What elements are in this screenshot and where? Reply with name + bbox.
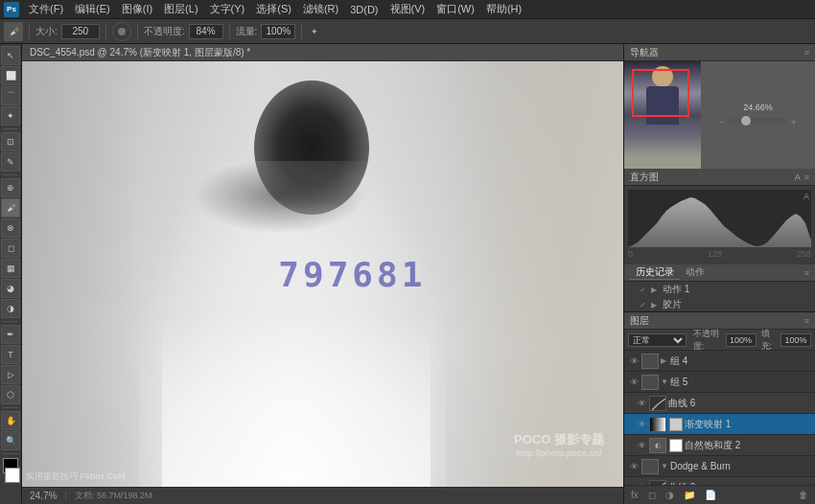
group-expand-0[interactable]: ▶ bbox=[661, 356, 668, 365]
layer-visibility-toggle-2[interactable]: 👁 bbox=[636, 398, 647, 409]
canvas-title: DSC_4554.psd @ 24.7% (新变映射 1, 图层蒙版/8) * bbox=[22, 44, 623, 61]
layer-curves6[interactable]: 👁 曲线 6 bbox=[624, 393, 815, 414]
building-right bbox=[443, 61, 623, 487]
healing-tool[interactable]: ⊕ bbox=[1, 178, 20, 197]
type-tool[interactable]: T bbox=[1, 345, 20, 364]
layer-curves2[interactable]: 👁 曲线 2 bbox=[624, 477, 815, 485]
menu-layer[interactable]: 图层(L) bbox=[158, 2, 203, 16]
histogram-menu-icon[interactable]: ≡ bbox=[804, 172, 809, 182]
blur-tool[interactable]: ◕ bbox=[1, 279, 20, 298]
layers-content[interactable]: 👁 ▶ 组 4 👁 ▼ 组 5 👁 bbox=[624, 351, 815, 485]
history-panel: 历史记录 动作 ≡ ✓ ▶ 动作 1 ✓ ▶ 胶片 ✓ bbox=[624, 264, 815, 312]
layer-name-0: 组 4 bbox=[670, 355, 811, 368]
zoom-tool[interactable]: 🔍 bbox=[1, 431, 20, 450]
tool-separator-1 bbox=[3, 128, 18, 129]
menu-help[interactable]: 帮助(H) bbox=[480, 2, 527, 16]
histogram-channel-indicator: A bbox=[803, 192, 809, 201]
pen-tool[interactable]: ✒ bbox=[1, 325, 20, 344]
history-item-0[interactable]: ✓ ▶ 动作 1 bbox=[624, 282, 815, 297]
toolbar-separator-4 bbox=[229, 24, 230, 39]
eyedropper-tool[interactable]: ✎ bbox=[1, 152, 20, 172]
navigator-menu-icon[interactable]: ≡ bbox=[804, 48, 809, 57]
history-item-1[interactable]: ✓ ▶ 胶片 bbox=[624, 297, 815, 311]
delete-layer-icon[interactable]: 🗑 bbox=[796, 489, 811, 501]
layer-group-5[interactable]: 👁 ▼ 组 5 bbox=[624, 372, 815, 393]
layer-thumbnail-1 bbox=[641, 375, 659, 390]
new-group-icon[interactable]: 📁 bbox=[681, 489, 698, 501]
flow-input[interactable] bbox=[261, 24, 295, 39]
group-expand-1[interactable]: ▼ bbox=[661, 378, 668, 386]
fill-value-input[interactable] bbox=[780, 333, 811, 347]
layer-thumbnail-0 bbox=[641, 354, 659, 369]
actions-tab[interactable]: 动作 bbox=[680, 265, 710, 280]
opacity-input[interactable] bbox=[189, 24, 223, 39]
hist-max: 255 bbox=[797, 249, 811, 259]
canvas-content[interactable]: 797681 POCO 摄影专题 http://photo.poco.cn/ 实… bbox=[22, 61, 623, 487]
histogram-svg bbox=[628, 190, 811, 247]
move-tool[interactable]: ↖ bbox=[1, 46, 20, 65]
history-menu-icon[interactable]: ≡ bbox=[804, 268, 809, 278]
path-select-tool[interactable]: ▷ bbox=[1, 365, 20, 384]
eraser-tool[interactable]: ◻ bbox=[1, 239, 20, 258]
menu-file[interactable]: 文件(F) bbox=[23, 2, 69, 16]
menu-view[interactable]: 视图(V) bbox=[384, 2, 431, 16]
airbrush-toggle[interactable]: ✦ bbox=[308, 26, 321, 37]
history-content[interactable]: ✓ ▶ 动作 1 ✓ ▶ 胶片 ✓ ▶ scharf ✓ ▶ auto1 bbox=[624, 282, 815, 311]
new-layer-icon[interactable]: 📄 bbox=[702, 489, 719, 501]
marquee-tool[interactable]: ⬜ bbox=[1, 66, 20, 85]
brush-tool-icon[interactable]: 🖌 bbox=[4, 22, 23, 41]
gradient-tool[interactable]: ▦ bbox=[1, 259, 20, 278]
blend-mode-select[interactable]: 正常 bbox=[628, 333, 687, 347]
zoom-slider-thumb[interactable] bbox=[741, 116, 751, 126]
clone-tool[interactable]: ⊗ bbox=[1, 218, 20, 238]
shoulder-shadow bbox=[194, 157, 366, 234]
opacity-value-input[interactable] bbox=[726, 333, 757, 347]
menu-select[interactable]: 选择(S) bbox=[250, 2, 297, 16]
adjustment-layer-icon[interactable]: ◑ bbox=[663, 489, 677, 501]
add-style-icon[interactable]: fx bbox=[628, 489, 641, 501]
add-mask-icon[interactable]: ◻ bbox=[645, 489, 659, 501]
navigator-title: 导航器 bbox=[630, 46, 659, 59]
navigator-panel: 导航器 ≡ 24.66% − bbox=[624, 44, 815, 169]
menu-window[interactable]: 窗口(W) bbox=[431, 2, 480, 16]
menu-image[interactable]: 图像(I) bbox=[116, 2, 158, 16]
right-panel: 导航器 ≡ 24.66% − bbox=[623, 44, 815, 504]
layer-visibility-toggle-5[interactable]: 👁 bbox=[628, 461, 640, 472]
shape-tool[interactable]: ⬡ bbox=[1, 385, 20, 404]
lasso-tool[interactable]: ⌒ bbox=[1, 86, 20, 105]
menu-filter[interactable]: 滤镜(R) bbox=[297, 2, 344, 16]
menu-edit[interactable]: 编辑(E) bbox=[69, 2, 116, 16]
layer-group-4[interactable]: 👁 ▶ 组 4 bbox=[624, 351, 815, 372]
brush-tool[interactable]: 🖌 bbox=[1, 198, 20, 218]
magic-wand-tool[interactable]: ✦ bbox=[1, 106, 20, 126]
background-color[interactable] bbox=[5, 468, 20, 483]
layer-dodge-burn[interactable]: 👁 ▼ Dodge & Burn bbox=[624, 456, 815, 477]
zoom-in-icon[interactable]: + bbox=[791, 116, 797, 127]
brush-size-input[interactable] bbox=[61, 24, 100, 39]
layers-menu-icon[interactable]: ≡ bbox=[804, 316, 809, 326]
layer-visibility-toggle-1[interactable]: 👁 bbox=[628, 377, 640, 388]
layer-saturation[interactable]: 👁 ◐ 自然饱和度 2 bbox=[624, 435, 815, 456]
dodge-tool[interactable]: ◑ bbox=[1, 299, 20, 318]
layer-visibility-toggle-0[interactable]: 👁 bbox=[628, 355, 640, 367]
menu-3d[interactable]: 3D(D) bbox=[344, 4, 384, 15]
expand-1: ▶ bbox=[651, 301, 657, 309]
layer-gradient-map[interactable]: 👁 渐变映射 1 bbox=[624, 414, 815, 435]
zoom-out-icon[interactable]: − bbox=[719, 116, 725, 127]
layer-visibility-toggle-4[interactable]: 👁 bbox=[636, 440, 647, 451]
layers-icons-bar: fx ◻ ◑ 📁 📄 🗑 bbox=[624, 485, 815, 504]
layer-mask-thumb-3 bbox=[669, 418, 683, 431]
group-expand-5[interactable]: ▼ bbox=[661, 462, 668, 470]
histogram-scale: 0 128 255 bbox=[628, 249, 811, 259]
crop-tool[interactable]: ⊡ bbox=[1, 132, 20, 151]
main-area: ↖ ⬜ ⌒ ✦ ⊡ ✎ ⊕ 🖌 ⊗ ◻ ▦ ◕ ◑ ✒ T ▷ ⬡ ✋ 🔍 DS… bbox=[0, 44, 815, 504]
layer-name-1: 组 5 bbox=[670, 376, 811, 389]
layer-visibility-toggle-3[interactable]: 👁 bbox=[636, 419, 647, 430]
zoom-slider-track[interactable] bbox=[730, 118, 787, 124]
history-tab[interactable]: 历史记录 bbox=[630, 265, 680, 280]
poco-text: POCO 摄影专题 bbox=[514, 431, 604, 448]
menu-text[interactable]: 文字(Y) bbox=[204, 2, 251, 16]
hand-tool[interactable]: ✋ bbox=[1, 411, 20, 430]
layer-name-4: 自然饱和度 2 bbox=[685, 439, 811, 452]
layers-title: 图层 bbox=[630, 314, 649, 328]
